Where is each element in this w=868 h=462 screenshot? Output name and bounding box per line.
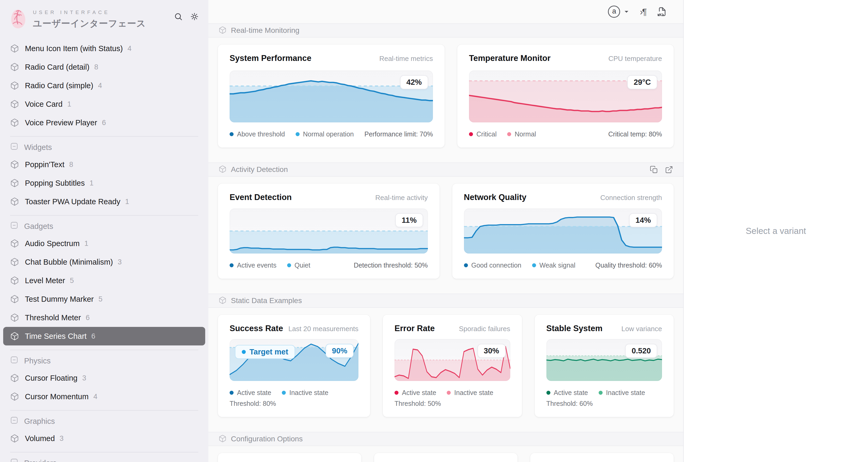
sidebar-section-label: Widgets bbox=[24, 143, 52, 152]
sidebar-item-audio-spectrum[interactable]: Audio Spectrum1 bbox=[3, 234, 205, 253]
sidebar-item-radio-card-detail[interactable]: Radio Card (detail)8 bbox=[3, 58, 205, 76]
value-badge: 90% bbox=[326, 344, 354, 358]
sidebar-item-toaster-pwa-update-ready[interactable]: Toaster PWA Update Ready1 bbox=[3, 192, 205, 211]
card-subtitle: CPU temperature bbox=[609, 55, 662, 63]
legend-label: Active state bbox=[402, 389, 436, 397]
section-title: Real-time Monitoring bbox=[231, 26, 299, 35]
legend-item: Normal bbox=[507, 130, 536, 138]
cube-icon bbox=[10, 258, 19, 266]
chart-stable-system[interactable]: 0.520 bbox=[547, 339, 662, 381]
collapse-button[interactable] bbox=[10, 416, 18, 426]
sidebar-item-popping-subtitles[interactable]: Popping Subtitles1 bbox=[3, 174, 205, 192]
sidebar-item-label: Voice Card bbox=[25, 100, 63, 109]
card-temperature-monitor: Temperature MonitorCPU temperature29°CCr… bbox=[457, 44, 674, 147]
legend-dot bbox=[532, 263, 536, 267]
collapse-button[interactable] bbox=[10, 221, 18, 231]
sidebar-item-level-meter[interactable]: Level Meter5 bbox=[3, 271, 205, 290]
file-code-icon bbox=[657, 6, 667, 17]
sidebar-section-graphics[interactable]: Graphics bbox=[3, 413, 205, 429]
language-selector[interactable]: a bbox=[608, 6, 629, 18]
chevron-down-icon bbox=[624, 10, 629, 13]
sidebar-item-cursor-momentum[interactable]: Cursor Momentum4 bbox=[3, 387, 205, 406]
legend-label: Active state bbox=[237, 389, 271, 397]
chart-success-rate[interactable]: Target met90% bbox=[229, 339, 359, 381]
sidebar-item-menu-icon-item-with-status[interactable]: Menu Icon Item (with Status)4 bbox=[3, 39, 205, 58]
main-content: a ›¶ Real-time MonitoringSystem Performa… bbox=[208, 0, 683, 462]
legend-item: Inactive state bbox=[599, 389, 645, 397]
sidebar-item-threshold-meter[interactable]: Threshold Meter6 bbox=[3, 308, 205, 327]
sidebar-section-gadgets[interactable]: Gadgets bbox=[3, 218, 205, 234]
legend-dot bbox=[547, 391, 550, 395]
legend-label: Inactive state bbox=[454, 389, 493, 397]
sidebar-item-chat-bubble-minimalism[interactable]: Chat Bubble (Minimalism)3 bbox=[3, 253, 205, 271]
cube-icon-wrap bbox=[10, 392, 19, 401]
legend-item: Quiet bbox=[287, 261, 310, 269]
sidebar-item-label: Test Dummy Marker bbox=[25, 295, 94, 304]
chart-temperature-monitor[interactable]: 29°C bbox=[469, 70, 662, 122]
chart-system-performance[interactable]: 42% bbox=[229, 70, 433, 122]
section-header-real-time-monitoring: Real-time Monitoring bbox=[208, 23, 683, 38]
card-subtitle: Low variance bbox=[621, 325, 662, 333]
sidebar-item-label: Cursor Momentum bbox=[25, 392, 89, 401]
theme-toggle-button[interactable] bbox=[190, 12, 199, 21]
sidebar-item-count: 6 bbox=[86, 314, 90, 322]
cube-icon-wrap bbox=[218, 296, 227, 305]
cube-icon-wrap bbox=[10, 100, 19, 109]
export-source-button[interactable] bbox=[657, 6, 667, 17]
sidebar-item-volumed[interactable]: Volumed3 bbox=[3, 429, 205, 448]
sidebar-item-count: 4 bbox=[98, 81, 102, 90]
card-title: Temperature Monitor bbox=[469, 54, 551, 63]
collapse-button[interactable] bbox=[10, 458, 18, 462]
text-direction-button[interactable]: ›¶ bbox=[640, 7, 646, 17]
sidebar-item-voice-preview-player[interactable]: Voice Preview Player6 bbox=[3, 113, 205, 132]
sidebar-item-label: Threshold Meter bbox=[25, 314, 81, 322]
topbar: a ›¶ bbox=[208, 0, 683, 23]
sidebar-item-label: Cursor Floating bbox=[25, 374, 78, 383]
divider bbox=[10, 215, 198, 216]
card-title: Success Rate bbox=[229, 324, 283, 333]
language-icon: a bbox=[608, 6, 620, 18]
sidebar-item-time-series-chart[interactable]: Time Series Chart6 bbox=[3, 327, 205, 345]
copy-source-button[interactable] bbox=[650, 166, 658, 174]
collapse-button[interactable] bbox=[10, 142, 18, 152]
collapse-icon bbox=[10, 221, 18, 229]
chart-error-rate[interactable]: 30% bbox=[395, 339, 510, 381]
sidebar-section-providers[interactable]: Providers bbox=[3, 455, 205, 462]
legend-dot bbox=[447, 391, 451, 395]
card-event-detection: Event DetectionReal-time activity11%Acti… bbox=[218, 184, 440, 279]
sidebar-item-count: 1 bbox=[125, 198, 129, 206]
sidebar-section-physics[interactable]: Physics bbox=[3, 353, 205, 369]
cards-row-3: Success RateLast 20 measurementsTarget m… bbox=[208, 308, 683, 417]
chart-event-detection[interactable]: 11% bbox=[229, 208, 428, 254]
sidebar-item-poppin-text[interactable]: Poppin'Text8 bbox=[3, 155, 205, 174]
sidebar-item-voice-card[interactable]: Voice Card1 bbox=[3, 95, 205, 113]
cube-icon bbox=[218, 434, 227, 443]
value-badge: 30% bbox=[477, 344, 505, 358]
sidebar-item-count: 1 bbox=[84, 239, 88, 248]
sidebar-item-cursor-floating[interactable]: Cursor Floating3 bbox=[3, 369, 205, 387]
sidebar-item-label: Toaster PWA Update Ready bbox=[25, 197, 120, 206]
value-badge: 29°C bbox=[627, 75, 657, 89]
cards-row-2: Event DetectionReal-time activity11%Acti… bbox=[208, 177, 683, 279]
divider bbox=[10, 350, 198, 350]
collapse-icon bbox=[10, 416, 18, 424]
collapse-button[interactable] bbox=[10, 356, 18, 366]
sidebar-item-test-dummy-marker[interactable]: Test Dummy Marker5 bbox=[3, 290, 205, 308]
cube-icon-wrap bbox=[10, 63, 19, 71]
legend-row: Active stateInactive state bbox=[229, 389, 359, 397]
sidebar-item-radio-card-simple[interactable]: Radio Card (simple)4 bbox=[3, 76, 205, 95]
cube-icon-wrap bbox=[10, 276, 19, 285]
legend-dot bbox=[229, 132, 234, 136]
sidebar-item-count: 6 bbox=[91, 332, 95, 340]
legend-item: Active events bbox=[229, 261, 277, 269]
divider bbox=[10, 410, 198, 410]
sidebar-item-label: Time Series Chart bbox=[25, 332, 87, 341]
sidebar-section-widgets[interactable]: Widgets bbox=[3, 139, 205, 155]
chart-network-quality[interactable]: 14% bbox=[464, 208, 662, 254]
value-badge: 14% bbox=[629, 213, 657, 227]
threshold-note: Threshold: 50% bbox=[395, 400, 510, 407]
open-story-button[interactable] bbox=[665, 166, 673, 174]
search-button[interactable] bbox=[174, 12, 183, 21]
legend-item: Normal operation bbox=[296, 130, 354, 138]
legend-row: Active eventsQuietDetection threshold: 5… bbox=[229, 261, 428, 269]
